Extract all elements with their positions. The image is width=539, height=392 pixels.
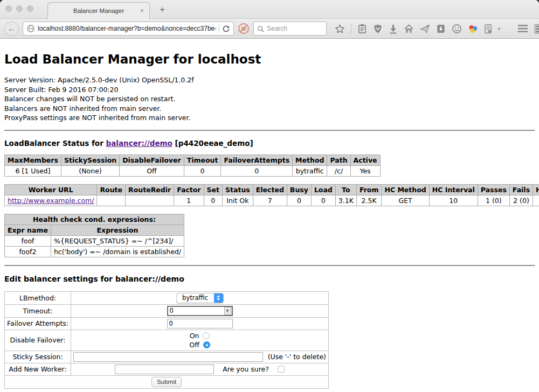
column-header: Active [350, 155, 380, 165]
timeout-input[interactable] [168, 307, 224, 314]
cell-method: bytraffic [293, 165, 327, 176]
radio-off[interactable] [203, 341, 210, 348]
form-row-disable-failover: Disable Failover: On Off [5, 330, 329, 351]
navigation-toolbar: ← localhost:8880/balancer-manager?b=demo… [0, 19, 539, 39]
new-tab-button[interactable]: + [155, 4, 169, 15]
url-bar[interactable]: localhost:8880/balancer-manager?b=demo&n… [23, 22, 234, 36]
server-built-line: Server Built: Feb 9 2016 07:00:20 [4, 85, 535, 95]
minimize-window-button[interactable] [16, 5, 23, 12]
cell-worker-url: http://www.example.com/ [5, 195, 97, 206]
balancer-status-table: MaxMembers StickySession DisableFailover… [4, 155, 381, 177]
column-header: Passes [478, 184, 509, 195]
tab-close-icon[interactable]: × [140, 7, 144, 15]
disable-failover-cell: On Off [71, 330, 329, 351]
number-spinner-icon[interactable] [224, 307, 231, 315]
cell-fails: 2 (0) [509, 195, 533, 206]
radio-on[interactable] [203, 332, 210, 339]
sticky-session-input[interactable] [73, 352, 263, 362]
sticky-session-cell: (Use '-' to delete) [71, 351, 329, 363]
cell-passes: 1 (0) [478, 195, 509, 206]
cell-hc-interval: 10 [429, 195, 478, 206]
back-button[interactable]: ← [4, 22, 19, 36]
tiles-icon[interactable] [534, 24, 539, 34]
back-arrow-icon: ← [8, 24, 16, 33]
zoom-window-button[interactable] [27, 5, 33, 12]
balancer-demo-link[interactable]: balancer://demo [106, 139, 172, 148]
add-worker-label: Add New Worker: [5, 363, 71, 375]
search-bar[interactable]: Search [253, 22, 327, 36]
reload-icon[interactable] [222, 25, 230, 33]
radio-row-off: Off [73, 340, 326, 349]
shield-icon[interactable] [373, 24, 383, 34]
tab-title: Balancer Manager [73, 8, 124, 14]
browser-window: Balancer Manager × + ← localhost:8880/ba… [0, 0, 539, 392]
form-row-failover-attempts: Failover Attempts: [5, 317, 329, 330]
timeout-cell [71, 304, 329, 317]
column-header: HC uri [533, 184, 539, 195]
column-header: Fails [509, 184, 533, 195]
add-worker-cell: Are you sure? [71, 363, 329, 375]
column-header: Expr name [5, 225, 51, 235]
globe-icon [26, 24, 35, 33]
form-row-sticky-session: Sticky Session: (Use '-' to delete) [5, 351, 329, 363]
box-download-icon[interactable] [436, 24, 446, 34]
lbmethod-label: LBmethod: [5, 291, 71, 304]
color-dots-icon[interactable] [468, 24, 478, 34]
table-row: foof2 hc('body') =~ /domain is establish… [5, 246, 184, 257]
submit-button[interactable]: Submit [151, 377, 182, 387]
menu-icon[interactable] [517, 24, 528, 33]
content-blocker-icon[interactable] [238, 23, 250, 34]
column-header: HC Method [382, 184, 429, 195]
column-header: Elected [253, 184, 287, 195]
worker-url-link[interactable]: http://www.example.com/ [8, 197, 94, 205]
hc-table-title: Health check cond. expressions: [5, 214, 184, 225]
clipboard-icon[interactable] [357, 24, 367, 34]
cell-hc-uri [533, 195, 539, 206]
table-row: 6 [1 Used] (None) Off 0 0 bytraffic /c/ … [5, 165, 381, 176]
timeout-label: Timeout: [5, 304, 71, 317]
table-title-row: Health check cond. expressions: [5, 214, 184, 225]
add-worker-input[interactable] [115, 365, 214, 374]
close-window-button[interactable] [5, 5, 12, 12]
urlbar-divider [219, 24, 219, 33]
column-header: Factor [174, 184, 204, 195]
download-icon[interactable] [389, 24, 398, 34]
column-header: From [356, 184, 382, 195]
failover-attempts-input[interactable] [167, 319, 233, 328]
divider [4, 130, 535, 131]
url-text[interactable]: localhost:8880/balancer-manager?b=demo&n… [38, 25, 216, 32]
form-row-submit: Submit [5, 375, 329, 388]
radio-on-label: On [190, 332, 199, 340]
persist-warning-line: Balancer changes will NOT be persisted o… [4, 94, 535, 104]
search-icon [257, 25, 264, 32]
column-header: To [335, 184, 356, 195]
page-title: Load Balancer Manager for localhost [4, 52, 535, 66]
smiley-icon[interactable] [452, 24, 462, 34]
column-header: FailoverAttempts [221, 155, 293, 165]
column-header: Set [204, 184, 222, 195]
disable-failover-label: Disable Failover: [5, 330, 71, 351]
search-placeholder: Search [267, 25, 287, 32]
table-row: http://www.example.com/ 1 0 Init Ok 7 0 … [5, 195, 539, 206]
lbmethod-cell: bytraffic [71, 291, 329, 304]
cell-failoverattempts: 0 [221, 165, 293, 176]
radio-off-label: Off [189, 341, 199, 349]
panel-icon[interactable] [484, 24, 492, 34]
toolbar-icons: ▾ [335, 23, 539, 34]
column-header: Expression [51, 225, 184, 235]
column-header: HC Interval [429, 184, 478, 195]
loadbalancer-status-heading: LoadBalancer Status for balancer://demo … [4, 139, 535, 148]
send-icon[interactable] [420, 24, 430, 34]
status-heading-suffix: [p4420eeae_demo] [172, 139, 253, 148]
cell-expression: hc('body') =~ /domain is established/ [51, 246, 184, 257]
caret-down-icon[interactable]: ▾ [498, 26, 500, 31]
tab-balancer-manager[interactable]: Balancer Manager × [47, 2, 150, 19]
home-icon[interactable] [404, 24, 414, 34]
form-row-timeout: Timeout: [5, 304, 329, 317]
lbmethod-select[interactable]: bytraffic [176, 293, 224, 303]
cell-disablefailover: Off [120, 165, 184, 176]
timeout-field[interactable] [167, 306, 233, 316]
bookmark-star-icon[interactable] [335, 24, 345, 34]
are-you-sure-checkbox[interactable] [278, 366, 285, 373]
cell-expression: %{REQUEST_STATUS} =~ /^[234]/ [51, 235, 184, 246]
